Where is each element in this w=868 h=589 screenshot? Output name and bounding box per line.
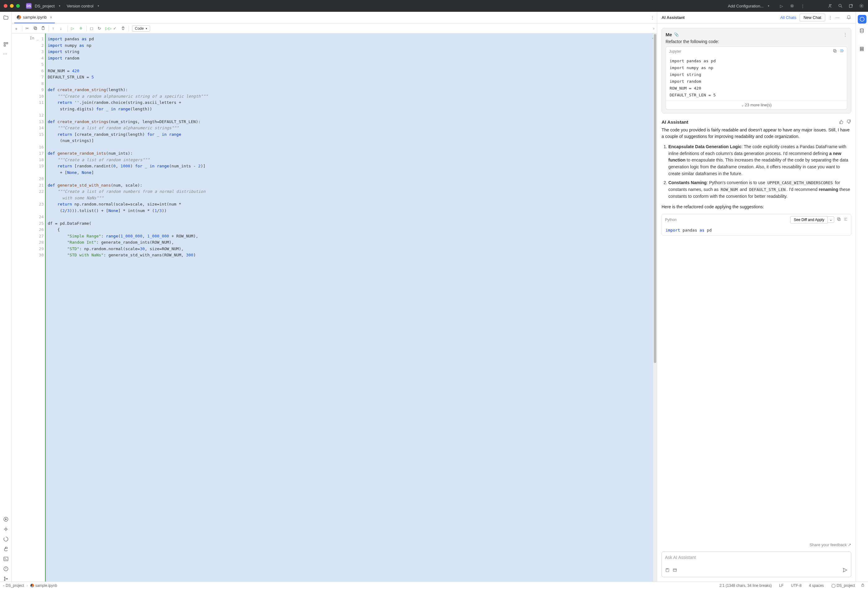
code-with-me-icon[interactable] [827, 3, 833, 9]
debug-tool-icon[interactable] [3, 526, 9, 532]
editor-scrollbar[interactable] [653, 34, 657, 582]
line-numbers: 1234567891011 12131415 16171819 202122 2… [39, 36, 44, 258]
indent[interactable]: 4 spaces [809, 583, 824, 588]
run-all-icon[interactable]: ▷▷ [105, 26, 110, 31]
ai-input-placeholder: Ask AI Assistant [665, 555, 848, 564]
tab-label: sample.ipynb [23, 15, 47, 19]
svg-rect-23 [838, 218, 840, 221]
structure-tool-icon[interactable] [3, 41, 9, 47]
cut-icon[interactable]: ✂ [25, 26, 30, 31]
insert-output-icon[interactable] [843, 217, 848, 222]
thumbs-up-icon[interactable] [839, 120, 844, 125]
paste-icon[interactable] [41, 26, 46, 31]
breadcrumb-project[interactable]: ▫ DS_project [3, 583, 24, 588]
ai-assistant-tool-icon[interactable] [858, 15, 867, 24]
ai-input-box[interactable]: Ask AI Assistant [661, 552, 851, 577]
ai-more-icon[interactable]: ⋮ [828, 15, 833, 20]
project-tool-icon[interactable] [3, 15, 9, 21]
project-name[interactable]: DS_project [35, 4, 55, 8]
title-bar: DS DS_project ▾ Version control ▾ Add Co… [0, 0, 868, 12]
all-chats-link[interactable]: All Chats [780, 15, 796, 20]
svg-point-1 [829, 4, 831, 6]
output-code-body: import pandas as pd [662, 225, 851, 235]
svg-rect-31 [862, 585, 864, 586]
minimize-pane-icon[interactable]: — [836, 15, 840, 20]
caret-position[interactable]: 2:1 (1348 chars, 34 line breaks) [719, 583, 772, 588]
copy-output-icon[interactable] [837, 217, 841, 222]
terminal-tool-icon[interactable] [3, 556, 9, 562]
minimize-window-icon[interactable] [10, 4, 14, 8]
run-configuration[interactable]: Add Configuration... [728, 4, 763, 8]
svg-rect-17 [34, 27, 36, 29]
maximize-window-icon[interactable] [16, 4, 20, 8]
services-tool-icon[interactable] [3, 517, 9, 522]
svg-rect-11 [4, 557, 8, 561]
more-tools-icon[interactable]: ⋯ [3, 52, 9, 57]
updates-icon[interactable] [848, 3, 854, 9]
interpreter[interactable]: ◯ DS_project [831, 583, 855, 588]
move-down-icon[interactable]: ↓ [60, 26, 65, 31]
add-cell-icon[interactable]: ＋ [14, 26, 19, 31]
insert-attachment-icon[interactable] [840, 49, 844, 54]
close-window-icon[interactable] [4, 4, 7, 8]
cell-type-selector[interactable]: Code▾ [132, 25, 150, 32]
editor-pane: sample.ipynb × ⋮ ＋ ✂ ↑ ↓ ▷ ◻ ↻ ▷ [12, 12, 657, 582]
move-up-icon[interactable]: ↑ [52, 26, 57, 31]
problems-tool-icon[interactable] [3, 566, 9, 572]
editor-tabs: sample.ipynb × ⋮ [12, 12, 657, 24]
tab-sample-ipynb[interactable]: sample.ipynb × [14, 12, 55, 23]
notifications-icon[interactable] [846, 15, 851, 21]
attach-file-icon[interactable] [672, 568, 678, 574]
close-tab-icon[interactable]: × [50, 15, 52, 20]
settings-icon[interactable] [859, 3, 864, 9]
svg-rect-30 [860, 50, 864, 51]
vcs-tool-icon[interactable] [3, 576, 9, 582]
see-diff-button[interactable]: See Diff and Apply [790, 216, 828, 223]
delete-cell-icon[interactable] [121, 26, 125, 31]
expand-attachment-button[interactable]: ⌄ 23 more line(s) [666, 100, 847, 109]
attach-icon[interactable]: 📎 [674, 32, 679, 37]
svg-rect-24 [837, 218, 840, 220]
suggestions-list: Encapsulate Data Generation Logic: The c… [661, 143, 851, 200]
refactored-code-block: Python See Diff and Apply ⌄ import panda… [661, 214, 851, 236]
toolbar-overflow-icon[interactable]: › [653, 26, 654, 31]
run-icon[interactable]: ▷ [779, 3, 784, 9]
copy-attachment-icon[interactable] [833, 49, 837, 54]
left-tool-strip: ⋯ [0, 12, 12, 582]
code-editor[interactable]: In _ 1234567891011 12131415 16171819 202… [12, 34, 657, 582]
vcs-dropdown-icon[interactable]: ▾ [97, 4, 99, 7]
encoding[interactable]: UTF-8 [791, 583, 802, 588]
clear-output-icon[interactable]: ✓ [113, 26, 118, 31]
debug-icon[interactable] [789, 3, 795, 9]
breadcrumb-file[interactable]: sample.ipynb [30, 583, 58, 588]
run-cell-icon[interactable]: ▷ [71, 26, 76, 31]
debug-cell-icon[interactable] [79, 26, 83, 31]
cell-prompt: In _ [30, 36, 39, 40]
attach-context-icon[interactable] [665, 568, 670, 574]
tabs-more-icon[interactable]: ⋮ [650, 15, 654, 20]
code-body[interactable]: ✓import pandas as pdimport numpy as npim… [46, 34, 657, 582]
attached-code: Jupyter import pandas as pd import numpy… [666, 46, 847, 109]
vcs-menu[interactable]: Version control [66, 4, 93, 8]
line-ending[interactable]: LF [779, 583, 784, 588]
database-tool-icon[interactable] [859, 28, 865, 34]
project-badge: DS [26, 3, 32, 9]
python-console-icon[interactable] [3, 546, 9, 552]
search-icon[interactable] [838, 3, 843, 9]
stop-icon[interactable]: ◻ [90, 26, 94, 31]
send-icon[interactable] [842, 567, 848, 574]
thumbs-down-icon[interactable] [846, 119, 851, 125]
svg-rect-21 [834, 50, 836, 52]
copy-icon[interactable] [33, 26, 38, 31]
see-diff-dropdown-icon[interactable]: ⌄ [828, 216, 834, 223]
share-feedback-link[interactable]: Share your feedback ↗ [657, 541, 856, 549]
more-actions-icon[interactable]: ⋮ [800, 3, 805, 9]
new-chat-button[interactable]: New Chat [800, 14, 825, 21]
project-dropdown-icon[interactable]: ▾ [59, 4, 61, 7]
stack-tool-icon[interactable] [859, 46, 865, 52]
progress-tool-icon[interactable] [3, 536, 9, 542]
message-more-icon[interactable]: ⋮ [843, 32, 847, 37]
run-config-dropdown-icon[interactable]: ▾ [768, 4, 769, 7]
lock-icon[interactable] [861, 583, 865, 588]
restart-icon[interactable]: ↻ [97, 26, 102, 31]
